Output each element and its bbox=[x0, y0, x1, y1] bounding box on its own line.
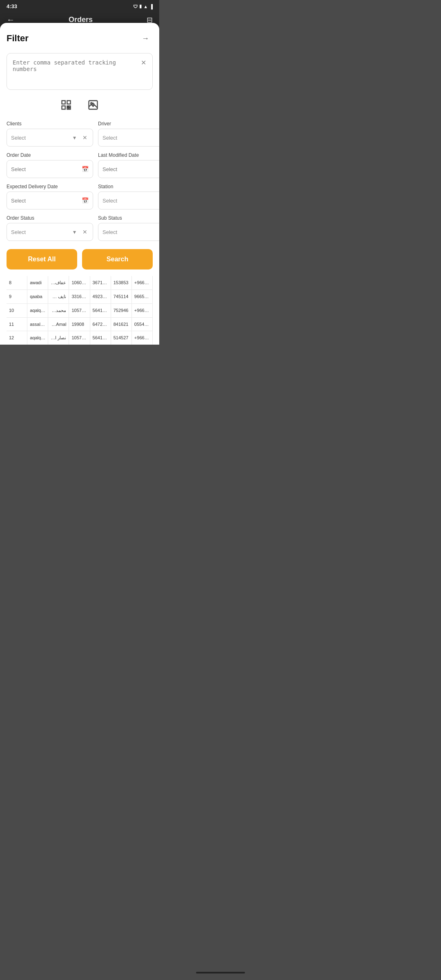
table-cell-col6: +96659030 211 bbox=[132, 304, 153, 317]
table-cell-col5: 153853 bbox=[111, 276, 132, 290]
table-cell-col4: 5641057204 40 bbox=[90, 304, 111, 317]
clients-select[interactable]: Select bbox=[11, 135, 69, 141]
last-modified-date-label: Last Modified Date bbox=[98, 152, 159, 158]
table-cell-col3: 105754152 bbox=[69, 331, 90, 345]
shield-icon: 🛡 bbox=[133, 4, 138, 9]
table-cell-col6: +9665999 113 bbox=[132, 331, 153, 345]
order-status-chevron-icon: ▾ bbox=[69, 227, 80, 237]
table-row: 10 aqalqas sim محمد الحربي 105720440 564… bbox=[7, 304, 153, 318]
reset-all-button[interactable]: Reset All bbox=[7, 249, 77, 270]
table-cell-col1: assalah Al ajadidah bbox=[27, 318, 48, 331]
table-cell-col3: 106074847 bbox=[69, 276, 90, 290]
station-select[interactable]: Select bbox=[102, 198, 159, 204]
status-time: 4:33 bbox=[7, 3, 17, 9]
table-cell-col5: 752946 bbox=[111, 304, 132, 317]
svg-rect-2 bbox=[62, 106, 65, 109]
table-cell-num: 9 bbox=[7, 290, 27, 303]
expected-delivery-date-input[interactable] bbox=[11, 198, 80, 204]
table-cell-col1: aqalqas sim bbox=[27, 304, 48, 317]
table-cell-col1: aqalqas sim bbox=[27, 331, 48, 345]
station-label: Station bbox=[98, 184, 159, 189]
filter-grid: Clients Select ▾ ✕ Driver Select ▾ ✕ Ord bbox=[7, 121, 153, 241]
order-status-clear-icon[interactable]: ✕ bbox=[80, 227, 90, 237]
battery-icon: ▮ bbox=[139, 4, 142, 9]
signal-icon: ▐ bbox=[149, 4, 153, 9]
wifi-icon: ▲ bbox=[143, 4, 148, 9]
table-cell-col1: qaaba bbox=[27, 290, 48, 303]
table-cell-col4: 3671000748 47 bbox=[90, 276, 111, 290]
tracking-input-container: ✕ bbox=[7, 53, 153, 91]
station-input-row: Select ▾ ✕ bbox=[98, 192, 159, 209]
table-cell-col6: 05544705 bbox=[132, 318, 153, 331]
sub-status-field: Sub Status Select ▾ ✕ bbox=[98, 215, 159, 241]
icon-row bbox=[7, 96, 153, 114]
table-cell-col5: 841621 bbox=[111, 318, 132, 331]
driver-select[interactable]: Select bbox=[102, 135, 159, 141]
status-icons: 🛡 ▮ ▲ ▐ bbox=[133, 4, 153, 9]
filter-close-button[interactable]: → bbox=[138, 31, 153, 46]
table-cell-col3: 105720440 bbox=[69, 304, 90, 317]
table-cell-num: 11 bbox=[7, 318, 27, 331]
filter-header: Filter → bbox=[7, 31, 153, 46]
clients-clear-icon[interactable]: ✕ bbox=[80, 132, 90, 143]
order-date-field: Order Date 📅 bbox=[7, 152, 93, 178]
last-modified-date-input-row: 📅 bbox=[98, 160, 159, 178]
clients-chevron-icon: ▾ bbox=[69, 132, 80, 143]
action-buttons-row: Reset All Search bbox=[7, 249, 153, 270]
filter-modal: Filter → ✕ Clients bbox=[0, 23, 159, 345]
search-button[interactable]: Search bbox=[82, 249, 153, 270]
tracking-clear-button[interactable]: ✕ bbox=[138, 57, 149, 68]
expected-delivery-date-field: Expected Delivery Date 📅 bbox=[7, 184, 93, 209]
clients-field: Clients Select ▾ ✕ bbox=[7, 121, 93, 147]
table-cell-col2: محمد الحربي bbox=[48, 304, 69, 317]
clients-input-row: Select ▾ ✕ bbox=[7, 129, 93, 147]
image-upload-button[interactable] bbox=[85, 96, 102, 114]
table-cell-col4: 5641057541 52 bbox=[90, 331, 111, 345]
driver-field: Driver Select ▾ ✕ bbox=[98, 121, 159, 147]
table-cell-col4: 49233161435 bbox=[90, 290, 111, 303]
sub-status-select[interactable]: Select bbox=[102, 229, 159, 235]
table-cell-col1: awadi bbox=[27, 276, 48, 290]
table-cell-col6: 966505597 bbox=[132, 290, 153, 303]
table-cell-col2: Amal Amal bbox=[48, 318, 69, 331]
clients-label: Clients bbox=[7, 121, 93, 127]
sub-status-label: Sub Status bbox=[98, 215, 159, 221]
station-field: Station Select ▾ ✕ bbox=[98, 184, 159, 209]
table-cell-col2: نايف عبداله bbox=[48, 290, 69, 303]
order-status-select[interactable]: Select bbox=[11, 229, 69, 235]
driver-label: Driver bbox=[98, 121, 159, 127]
expected-delivery-date-calendar-icon[interactable]: 📅 bbox=[80, 195, 90, 206]
table-row: 8 awadi عفاف مفوز 106074847 3671000748 4… bbox=[7, 276, 153, 290]
table-row: 12 aqalqas sim نصار الحربي 105754152 564… bbox=[7, 331, 153, 345]
table-cell-num: 8 bbox=[7, 276, 27, 290]
last-modified-date-field: Last Modified Date 📅 bbox=[98, 152, 159, 178]
svg-rect-0 bbox=[62, 101, 65, 104]
table-cell-num: 10 bbox=[7, 304, 27, 317]
table-cell-col4: 6472579016 bbox=[90, 318, 111, 331]
qr-scan-button[interactable] bbox=[58, 96, 75, 114]
order-date-label: Order Date bbox=[7, 152, 93, 158]
order-status-field: Order Status Select ▾ ✕ bbox=[7, 215, 93, 241]
filter-title: Filter bbox=[7, 33, 29, 44]
order-status-input-row: Select ▾ ✕ bbox=[7, 223, 93, 241]
order-status-label: Order Status bbox=[7, 215, 93, 221]
tracking-number-input[interactable] bbox=[7, 53, 153, 90]
svg-rect-1 bbox=[67, 101, 70, 104]
status-bar: 4:33 🛡 ▮ ▲ ▐ bbox=[0, 0, 159, 11]
table-cell-col2: نصار الحربي bbox=[48, 331, 69, 345]
bottom-table: 8 awadi عفاف مفوز 106074847 3671000748 4… bbox=[7, 276, 153, 345]
driver-input-row: Select ▾ ✕ bbox=[98, 129, 159, 147]
table-cell-col6: +966305 335 bbox=[132, 276, 153, 290]
last-modified-date-input[interactable] bbox=[102, 166, 159, 172]
table-cell-col3: 19908 bbox=[69, 318, 90, 331]
order-date-calendar-icon[interactable]: 📅 bbox=[80, 164, 90, 174]
table-cell-col5: 514527 bbox=[111, 331, 132, 345]
expected-delivery-date-input-row: 📅 bbox=[7, 192, 93, 209]
order-date-input[interactable] bbox=[11, 166, 80, 172]
table-row: 11 assalah Al ajadidah Amal Amal 19908 6… bbox=[7, 318, 153, 331]
table-cell-col2: عفاف مفوز bbox=[48, 276, 69, 290]
order-date-input-row: 📅 bbox=[7, 160, 93, 178]
sub-status-input-row: Select ▾ ✕ bbox=[98, 223, 159, 241]
table-cell-num: 12 bbox=[7, 331, 27, 345]
table-row: 9 qaaba نايف عبداله 33161435 49233161435… bbox=[7, 290, 153, 304]
